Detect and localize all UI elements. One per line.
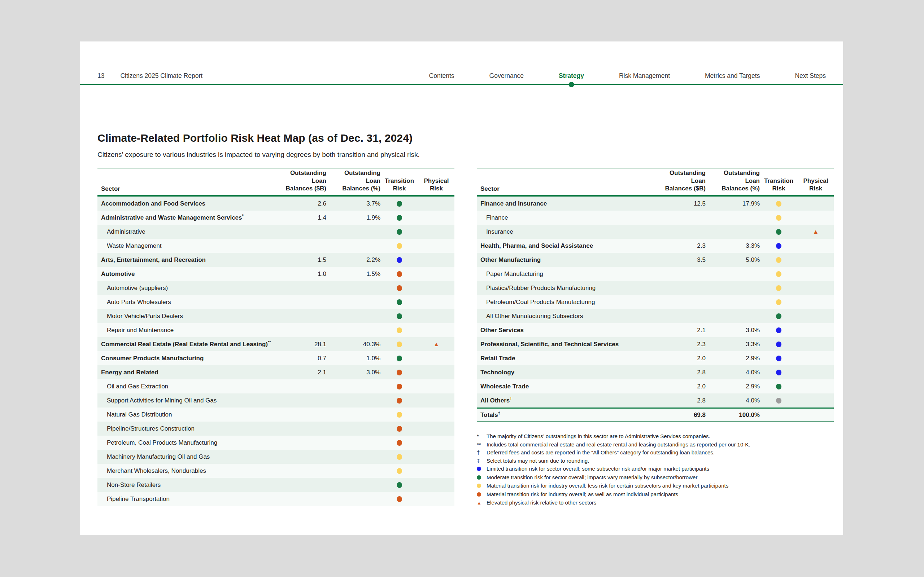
table-row: Natural Gas Distribution [97, 408, 454, 422]
table-row: Technology2.84.0% [477, 365, 834, 379]
balance-pct-value: 40.3% [326, 341, 380, 348]
totals-balance-b: 69.8 [651, 411, 706, 419]
totals-balance-pct: 100.0% [706, 411, 760, 419]
table-header-row: SectorOutstanding Loan Balances ($B)Outs… [97, 168, 454, 197]
legend-triangle-icon: ▲ [477, 501, 481, 505]
footnote-marker: † [477, 449, 486, 457]
balance-b-value: 0.7 [272, 355, 326, 362]
sector-name: Pipeline/Structures Construction [97, 425, 272, 432]
table-row: Support Activities for Mining Oil and Ga… [97, 393, 454, 408]
table-row: Accommodation and Food Services2.63.7% [97, 197, 454, 211]
sector-name: Plastics/Rubber Products Manufacturing [477, 285, 651, 292]
transition-risk-cell [380, 257, 418, 263]
transition-risk-cell [380, 468, 418, 474]
transition-risk-dot-yellow [397, 327, 402, 333]
table-row: Repair and Maintenance [97, 323, 454, 337]
balance-b-value: 2.0 [651, 383, 706, 390]
column-header-balances-pct: Outstanding Loan Balances (%) [706, 169, 760, 193]
sector-name: All Others† [477, 397, 651, 404]
sector-name: Merchant Wholesalers, Nondurables [97, 467, 272, 475]
transition-risk-dot-gray [776, 398, 782, 403]
transition-risk-dot-blue [776, 356, 782, 361]
sector-name: Totals‡ [477, 411, 651, 419]
footnote-text: Limited transition risk for sector overa… [486, 465, 709, 473]
transition-risk-cell [760, 398, 798, 403]
nav-item-metrics-and-targets[interactable]: Metrics and Targets [705, 72, 760, 80]
balance-pct-value: 2.9% [706, 383, 760, 390]
transition-risk-cell [380, 215, 418, 221]
table-row: Auto Parts Wholesalers [97, 295, 454, 309]
column-header-physical-risk: Physical Risk [418, 177, 454, 193]
table-row: Energy and Related2.13.0% [97, 365, 454, 379]
transition-risk-dot-green [776, 313, 782, 319]
balance-b-value: 2.0 [651, 355, 706, 362]
sector-name: Accommodation and Food Services [97, 200, 272, 207]
balance-b-value: 2.6 [272, 200, 326, 207]
footnote-line: †Deferred fees and costs are reported in… [477, 449, 834, 457]
transition-risk-cell [380, 327, 418, 333]
sector-name: Auto Parts Wholesalers [97, 298, 272, 306]
column-header-transition-risk: Transition Risk [760, 177, 798, 193]
table-row: Other Services2.13.0% [477, 323, 834, 337]
table-row: Commercial Real Estate (Real Estate Rent… [97, 337, 454, 351]
transition-risk-dot-orange [397, 496, 402, 502]
transition-risk-cell [380, 356, 418, 361]
report-title: Citizens 2025 Climate Report [120, 72, 202, 80]
legend-triangle: ▲ [477, 499, 486, 507]
transition-risk-cell [380, 440, 418, 446]
balance-b-value: 2.8 [651, 397, 706, 404]
footnote-marker: ** [477, 441, 486, 449]
nav-item-contents[interactable]: Contents [429, 72, 454, 80]
sector-name: Paper Manufacturing [477, 271, 651, 278]
transition-risk-cell [380, 398, 418, 403]
column-header-balances-pct: Outstanding Loan Balances (%) [326, 169, 380, 193]
balance-b-value: 2.1 [651, 327, 706, 334]
legend-dot-orange [477, 490, 486, 499]
sector-name: Consumer Products Manufacturing [97, 355, 272, 362]
nav-item-governance[interactable]: Governance [489, 72, 524, 80]
balance-b-value: 3.5 [651, 256, 706, 264]
balance-pct-value: 4.0% [706, 369, 760, 376]
transition-risk-dot-yellow [397, 243, 402, 249]
table-row: Waste Management [97, 239, 454, 253]
table-row: Motor Vehicle/Parts Dealers [97, 309, 454, 323]
table-row: Professional, Scientific, and Technical … [477, 337, 834, 351]
footnote-line: ▲Elevated physical risk relative to othe… [477, 499, 834, 507]
transition-risk-cell [760, 384, 798, 390]
nav-item-risk-management[interactable]: Risk Management [619, 72, 670, 80]
balance-pct-value: 3.3% [706, 242, 760, 250]
table-row: Oil and Gas Extraction [97, 379, 454, 393]
heatmap-table-left: SectorOutstanding Loan Balances ($B)Outs… [97, 168, 454, 506]
table-row: Retail Trade2.02.9% [477, 351, 834, 365]
footnote-text: The majority of Citizens’ outstandings i… [486, 432, 710, 441]
transition-risk-cell [380, 229, 418, 235]
table-row: Health, Pharma, and Social Assistance2.3… [477, 239, 834, 253]
transition-risk-cell [760, 271, 798, 277]
sector-name: Health, Pharma, and Social Assistance [477, 242, 651, 250]
transition-risk-cell [760, 215, 798, 221]
transition-risk-dot-blue [776, 327, 782, 333]
transition-risk-dot-yellow [397, 454, 402, 460]
nav-item-next-steps[interactable]: Next Steps [795, 72, 826, 80]
balance-pct-value: 17.9% [706, 200, 760, 207]
table-row: All Others†2.84.0% [477, 393, 834, 408]
table-header-row: SectorOutstanding Loan Balances ($B)Outs… [477, 168, 834, 197]
footnote-line: Material transition risk for industry ov… [477, 490, 834, 499]
physical-risk-cell: ▲ [418, 341, 454, 347]
footnote-text: Material transition risk for industry ov… [486, 482, 729, 490]
page-title: Climate-Related Portfolio Risk Heat Map … [97, 132, 834, 144]
balance-b-value: 28.1 [272, 341, 326, 348]
balance-pct-value: 1.5% [326, 271, 380, 278]
page-content: Climate-Related Portfolio Risk Heat Map … [80, 132, 843, 507]
legend-dot-green [477, 474, 486, 482]
balance-b-value: 2.8 [651, 369, 706, 376]
balance-pct-value: 2.2% [326, 256, 380, 264]
balance-pct-value: 3.0% [326, 369, 380, 376]
sector-name: Waste Management [97, 242, 272, 250]
nav-item-strategy[interactable]: Strategy [559, 72, 584, 80]
legend-dot-yellow-icon [477, 484, 481, 488]
transition-risk-cell [380, 243, 418, 249]
table-row: Administrative [97, 225, 454, 239]
table-row: Finance and Insurance12.517.9% [477, 197, 834, 211]
physical-risk-triangle: ▲ [433, 341, 439, 347]
